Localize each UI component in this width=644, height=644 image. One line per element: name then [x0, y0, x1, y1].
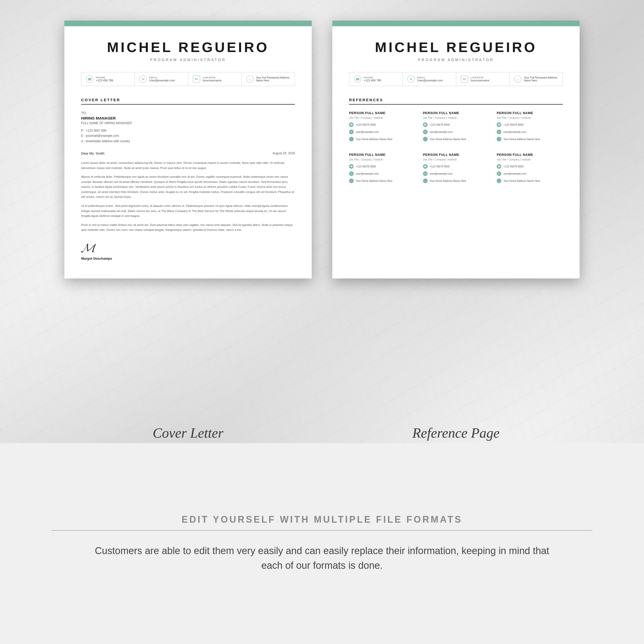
ref-phone-value: +123 456 789 [364, 79, 381, 82]
ref-phone-icon: ☎ [354, 75, 361, 83]
cover-letter-name: MICHEL REGUEIRO [81, 39, 295, 55]
reference-name: MICHEL REGUEIRO [349, 39, 563, 55]
cover-address-value: Your Full Permanent Address Name Here [256, 76, 290, 82]
ref-person-6-name: PERSON FULL NAME [497, 153, 563, 157]
ref-p6-addr: Your Home Address Name Here [503, 180, 540, 182]
ref-address-item: ⌂ Your Full Permanent Address Name Here [510, 72, 563, 86]
ref-linkedin-label: LinkedIn [471, 76, 489, 79]
banner-description: Customers are able to edit them very eas… [90, 544, 554, 573]
cover-address-item: ⌂ Your Full Permanent Address Name Here [242, 72, 295, 86]
ref-p2-addr: Your Home Address Name Here [430, 138, 466, 141]
cover-signature-area: 𝓜 Margot Deschamps [81, 242, 295, 260]
ref-p4-phone: +123 45678 9000 [356, 165, 376, 168]
cover-date: August 25, 2018 [273, 151, 295, 155]
bottom-banner: EDIT YOURSELF WITH MULTIPLE FILE FORMATS… [0, 443, 644, 644]
ref-p2-phone: +123 45678 9000 [430, 123, 450, 126]
ref-p1-phone: +123 45678 9000 [356, 123, 376, 126]
cover-linkedin-text: LinkedIn /yourusername [203, 76, 222, 82]
page-labels: Cover Letter Reference Page [0, 425, 644, 441]
address-icon: ⌂ [246, 75, 253, 83]
ref-p6-phone-icon: ☎ [497, 164, 501, 169]
ref-person-4-name: PERSON FULL NAME [349, 153, 415, 157]
reference-green-bar [332, 21, 580, 26]
ref-p4-addr-icon: ⌂ [349, 179, 354, 183]
cover-hiring: HIRING MANAGER [81, 116, 295, 120]
ref-p5-phone-row: ☎ +123 45678 9000 [423, 164, 489, 169]
ref-email-value: User@example.com [417, 79, 443, 82]
ref-p3-email: user@example.com [503, 131, 526, 133]
cover-letter-page-label: Cover Letter [153, 425, 223, 441]
ref-email-text: EMAIL User@example.com [417, 76, 443, 82]
ref-address-text: Your Full Permanent Address Name Here [524, 76, 558, 82]
ref-person-3-job: Job Title / Company / Institute [497, 116, 563, 119]
cover-dear: Dear Ms. Smith: [81, 151, 105, 155]
ref-p4-email: user@example.com [356, 172, 379, 175]
cover-email-value: User@example.com [149, 79, 175, 82]
ref-p1-addr: Your Home Address Name Here [356, 138, 392, 141]
ref-section-heading: REFERENCES [349, 98, 563, 105]
ref-person-2-job: Job Title / Company / Institute [423, 116, 489, 119]
linkedin-icon: in [193, 75, 200, 83]
cover-detail-phone: P : +123 4567 896 [81, 128, 295, 133]
ref-linkedin-value: /yourusername [471, 79, 489, 82]
ref-p5-email-row: ✉ user@example.com [423, 171, 489, 176]
ref-p5-phone: +123 45678 9000 [430, 165, 450, 168]
ref-p6-email-row: ✉ user@example.com [497, 171, 563, 176]
ref-p4-addr-row: ⌂ Your Home Address Name Here [349, 179, 415, 183]
cover-body-1: Lorem ipsum dolor sit amet, consectetur … [81, 160, 295, 171]
email-icon: ✉ [139, 75, 147, 83]
ref-p6-addr-icon: ⌂ [497, 179, 501, 183]
ref-p6-phone: +123 45678 9000 [503, 165, 523, 168]
ref-p6-addr-row: ⌂ Your Home Address Name Here [497, 179, 563, 183]
ref-p1-addr-icon: ⌂ [349, 137, 354, 141]
cover-phone-item: ☎ PHONE +123 456 789 [81, 72, 135, 86]
ref-p3-email-row: ✉ user@example.com [497, 130, 563, 134]
ref-p6-phone-row: ☎ +123 45678 9000 [497, 164, 563, 169]
ref-p4-phone-icon: ☎ [349, 164, 354, 169]
ref-p6-email-icon: ✉ [497, 171, 501, 176]
ref-p3-phone-icon: ☎ [497, 122, 501, 127]
cover-detail-address: A : street/state address with country [81, 139, 295, 144]
ref-p1-phone-icon: ☎ [349, 122, 354, 127]
ref-email-item: ✉ EMAIL User@example.com [403, 72, 456, 86]
ref-person-4: PERSON FULL NAME Job Title / Company / I… [349, 153, 415, 184]
ref-p3-addr: Your Home Address Name Here [503, 138, 540, 141]
cover-linkedin-label: LinkedIn [203, 76, 222, 79]
ref-person-5-name: PERSON FULL NAME [423, 153, 489, 157]
cover-details: P : +123 4567 896 E : yourmail@example.c… [81, 128, 295, 144]
cover-email-label: EMAIL [149, 76, 175, 79]
cover-section-heading: COVER LETTER [81, 98, 295, 105]
ref-person-5-job: Job Title / Company / Institute [423, 158, 489, 161]
phone-icon: ☎ [86, 75, 93, 83]
ref-person-5: PERSON FULL NAME Job Title / Company / I… [423, 153, 489, 184]
cover-linkedin-item: in LinkedIn /yourusername [188, 72, 242, 86]
reference-page-card: MICHEL REGUEIRO PROGRAM ADMINISTRATOR ☎ … [332, 21, 580, 278]
ref-person-1-name: PERSON FULL NAME [349, 111, 415, 115]
cover-letter-green-bar [64, 21, 312, 26]
ref-p1-email: user@example.com [356, 131, 379, 133]
cover-letter-card: MICHEL REGUEIRO PROGRAM ADMINISTRATOR ☎ … [64, 21, 312, 278]
ref-email-label: EMAIL [417, 76, 443, 79]
cover-email-item: ✉ EMAIL User@example.com [135, 72, 188, 86]
cover-date-row: Dear Ms. Smith: August 25, 2018 [81, 151, 295, 155]
ref-p5-addr-row: ⌂ Your Home Address Name Here [423, 179, 489, 183]
cover-body-2: Mauris et vehicula dolor. Pellentesque n… [81, 174, 295, 200]
ref-p5-addr: Your Home Address Name Here [430, 180, 466, 182]
ref-p2-addr-icon: ⌂ [423, 137, 428, 141]
cover-letter-title: PROGRAM ADMINISTRATOR [81, 58, 295, 62]
cover-letter-contact-bar: ☎ PHONE +123 456 789 ✉ EMAIL User@exampl… [81, 72, 295, 86]
ref-person-4-job: Job Title / Company / Institute [349, 158, 415, 161]
reference-content: MICHEL REGUEIRO PROGRAM ADMINISTRATOR ☎ … [332, 26, 580, 202]
cover-full-name: FULL NAME OF HIRING MANAGER [81, 121, 295, 125]
ref-p4-email-row: ✉ user@example.com [349, 171, 415, 176]
ref-p6-email: user@example.com [503, 172, 526, 175]
reference-label-area: Reference Page [332, 425, 580, 441]
ref-p4-addr: Your Home Address Name Here [356, 180, 392, 182]
cover-to: TO, [81, 111, 295, 115]
cover-phone-label: PHONE [96, 76, 113, 79]
ref-p1-addr-row: ⌂ Your Home Address Name Here [349, 137, 415, 141]
ref-linkedin-icon: in [461, 75, 468, 83]
ref-person-6-job: Job Title / Company / Institute [497, 158, 563, 161]
documents-area: MICHEL REGUEIRO PROGRAM ADMINISTRATOR ☎ … [0, 21, 644, 278]
reference-contact-bar: ☎ PHONE +123 456 789 ✉ EMAIL User@exampl… [349, 72, 563, 86]
